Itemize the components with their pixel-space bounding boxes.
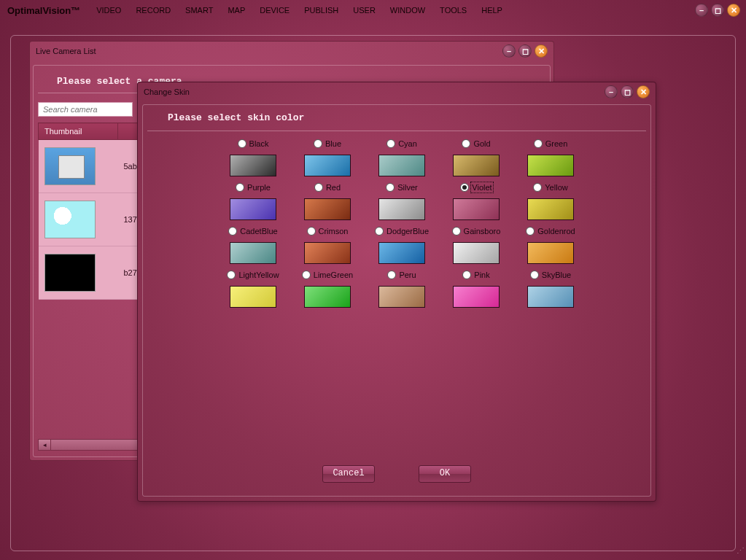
app-name: OptimalVision™ xyxy=(4,5,83,16)
radio-icon[interactable] xyxy=(533,183,542,192)
menu-tools[interactable]: TOOLS xyxy=(432,6,474,15)
skin-radio-dodgerblue[interactable]: DodgerBlue xyxy=(375,225,429,238)
menu-record[interactable]: RECORD xyxy=(128,6,178,15)
skin-swatch-violet[interactable] xyxy=(453,198,500,220)
skin-swatch-yellow[interactable] xyxy=(527,198,574,220)
skin-swatch-lightyellow[interactable] xyxy=(230,286,276,308)
radio-icon[interactable] xyxy=(302,271,311,279)
skin-swatch-goldenrod[interactable] xyxy=(527,242,574,264)
menu-video[interactable]: VIDEO xyxy=(89,6,128,15)
skin-swatch-cadetblue[interactable] xyxy=(230,242,276,264)
skin-minimize-button[interactable]: – xyxy=(605,85,618,98)
radio-icon[interactable] xyxy=(386,139,395,148)
radio-icon[interactable] xyxy=(462,271,471,279)
skin-radio-yellow[interactable]: Yellow xyxy=(533,181,567,194)
skin-radio-goldenrod[interactable]: Goldenrod xyxy=(526,225,575,238)
skin-swatch-black[interactable] xyxy=(230,155,276,176)
app-close-button[interactable]: ✕ xyxy=(727,4,740,17)
radio-icon[interactable] xyxy=(307,227,316,236)
radio-icon[interactable] xyxy=(530,271,539,279)
skin-option-lightyellow: LightYellow xyxy=(216,268,290,308)
radio-icon[interactable] xyxy=(314,139,322,148)
skin-label: CadetBlue xyxy=(240,227,277,236)
skin-swatch-red[interactable] xyxy=(304,198,351,220)
skin-option-dodgerblue: DodgerBlue xyxy=(365,225,439,264)
skin-swatch-gold[interactable] xyxy=(453,155,500,176)
skin-option-yellow: Yellow xyxy=(513,181,588,220)
radio-icon[interactable] xyxy=(386,183,395,192)
app-maximize-button[interactable]: ◻ xyxy=(711,4,724,17)
camera-col-thumbnail[interactable]: Thumbnail xyxy=(39,123,118,140)
camera-minimize-button[interactable]: – xyxy=(502,44,516,58)
skin-label: Violet xyxy=(472,183,491,192)
camera-search-input[interactable] xyxy=(38,102,133,117)
menu-help[interactable]: HELP xyxy=(474,6,510,15)
skin-radio-peru[interactable]: Peru xyxy=(387,268,416,281)
skin-radio-cadetblue[interactable]: CadetBlue xyxy=(228,225,277,238)
skin-swatch-silver[interactable] xyxy=(378,198,425,220)
menu-publish[interactable]: PUBLISH xyxy=(297,6,346,15)
skin-radio-crimson[interactable]: Crimson xyxy=(307,225,349,238)
radio-icon[interactable] xyxy=(452,227,461,236)
skin-radio-gainsboro[interactable]: Gainsboro xyxy=(452,225,501,238)
skin-radio-blue[interactable]: Blue xyxy=(314,137,341,150)
skin-radio-cyan[interactable]: Cyan xyxy=(386,137,417,150)
skin-label: Pink xyxy=(474,271,489,279)
skin-titlebar[interactable]: Change Skin – ◻ ✕ xyxy=(138,82,656,101)
radio-icon[interactable] xyxy=(462,139,470,148)
ok-button[interactable]: OK xyxy=(419,465,471,483)
skin-radio-skyblue[interactable]: SkyBlue xyxy=(530,268,571,281)
skin-label: LimeGreen xyxy=(314,271,353,279)
skin-radio-pink[interactable]: Pink xyxy=(462,268,489,281)
skin-label: Purple xyxy=(247,183,271,192)
skin-swatch-limegreen[interactable] xyxy=(304,286,351,308)
skin-swatch-dodgerblue[interactable] xyxy=(378,242,425,264)
radio-icon[interactable] xyxy=(236,183,244,192)
skin-swatch-skyblue[interactable] xyxy=(527,286,574,308)
camera-close-button[interactable]: ✕ xyxy=(535,44,548,58)
skin-swatch-green[interactable] xyxy=(527,155,574,176)
skin-swatch-crimson[interactable] xyxy=(304,242,351,264)
skin-radio-green[interactable]: Green xyxy=(534,137,568,150)
skin-swatch-gainsboro[interactable] xyxy=(453,242,500,264)
skin-close-button[interactable]: ✕ xyxy=(637,85,650,98)
menu-user[interactable]: USER xyxy=(346,6,383,15)
camera-maximize-button[interactable]: ◻ xyxy=(518,44,532,58)
radio-icon[interactable] xyxy=(460,183,469,192)
skin-radio-limegreen[interactable]: LimeGreen xyxy=(302,268,353,281)
radio-icon[interactable] xyxy=(228,227,237,236)
skin-radio-lightyellow[interactable]: LightYellow xyxy=(227,268,279,281)
skin-maximize-button[interactable]: ◻ xyxy=(621,85,634,98)
radio-icon[interactable] xyxy=(375,227,384,236)
menu-window[interactable]: WINDOW xyxy=(383,6,432,15)
radio-icon[interactable] xyxy=(238,139,246,148)
skin-radio-red[interactable]: Red xyxy=(314,181,341,194)
radio-icon[interactable] xyxy=(534,139,543,148)
skin-label: Gainsboro xyxy=(464,227,501,236)
menu-device[interactable]: DEVICE xyxy=(252,6,297,15)
skin-radio-gold[interactable]: Gold xyxy=(462,137,490,150)
skin-swatch-purple[interactable] xyxy=(230,198,276,220)
radio-icon[interactable] xyxy=(387,271,396,279)
scroll-left-arrow-icon[interactable]: ◂ xyxy=(39,440,51,450)
menu-map[interactable]: MAP xyxy=(220,6,252,15)
skin-radio-black[interactable]: Black xyxy=(238,137,269,150)
skin-swatch-cyan[interactable] xyxy=(378,155,425,176)
cancel-button[interactable]: Cancel xyxy=(322,465,375,483)
skin-swatch-blue[interactable] xyxy=(304,155,351,176)
skin-radio-violet[interactable]: Violet xyxy=(460,181,491,194)
skin-label: Silver xyxy=(397,183,418,192)
camera-window-titlebar[interactable]: Live Camera List – ◻ ✕ xyxy=(30,42,553,61)
app-minimize-button[interactable]: – xyxy=(695,4,708,17)
resize-grip-icon: ⋰ xyxy=(734,548,745,559)
skin-option-gainsboro: Gainsboro xyxy=(439,225,513,264)
radio-icon[interactable] xyxy=(314,183,323,192)
skin-swatch-pink[interactable] xyxy=(453,286,500,308)
radio-icon[interactable] xyxy=(526,227,535,236)
skin-option-purple: Purple xyxy=(216,181,290,220)
skin-radio-purple[interactable]: Purple xyxy=(236,181,271,194)
skin-swatch-peru[interactable] xyxy=(378,286,425,308)
menu-smart[interactable]: SMART xyxy=(178,6,220,15)
skin-radio-silver[interactable]: Silver xyxy=(386,181,418,194)
radio-icon[interactable] xyxy=(227,271,236,279)
